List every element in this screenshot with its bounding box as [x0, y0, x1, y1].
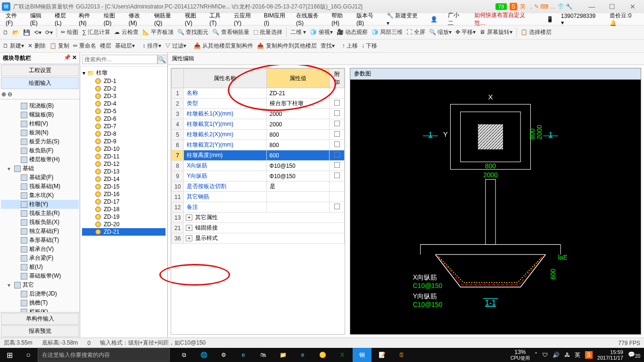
tree-node[interactable]: 条形基础(T) [1, 236, 79, 245]
property-row[interactable]: 11其它钢筋 [172, 192, 345, 202]
menu-item[interactable]: 楼层(L) [52, 10, 75, 28]
component-item[interactable]: ZD-16 [82, 190, 165, 198]
search-button[interactable]: 🔍 [157, 55, 166, 64]
ie-icon[interactable]: e [293, 348, 312, 362]
component-item[interactable]: ZD-7 [82, 123, 165, 130]
menu-item[interactable]: 工具(T) [206, 10, 230, 28]
cost-badge[interactable]: 造价豆:0 🔔 [607, 10, 641, 28]
toolbar-button[interactable]: 📤 复制构件到其他楼层 [257, 42, 316, 50]
toolbar-button[interactable]: 📂 [12, 29, 19, 36]
toolbar-button[interactable]: 🔍 查看钢筋量 [212, 28, 249, 36]
toolbar-button[interactable]: ⛶ 全屏 [406, 28, 425, 36]
edge-icon[interactable]: e [234, 348, 253, 362]
component-item[interactable]: ZD-9 [82, 138, 165, 145]
component-item[interactable]: ZD-6 [82, 115, 165, 123]
tray-up-icon[interactable]: ˄ [535, 352, 537, 358]
component-item[interactable]: ZD-2 [82, 85, 165, 92]
toolbar-button[interactable]: ✏ 重命名 [73, 42, 96, 50]
draw-input-button[interactable]: 绘图输入 [1, 77, 79, 89]
chrome-icon[interactable]: 🟡 [313, 348, 332, 362]
help-tip[interactable]: 如何快速布置自定义范… [471, 10, 536, 29]
tree-node[interactable]: 集水坑(K) [1, 191, 79, 200]
toolbar-button[interactable]: 🗋 新建▾ [3, 42, 24, 50]
menu-item[interactable]: 帮助(H) [329, 10, 353, 28]
toolbar-button[interactable]: ✕ 删除 [28, 42, 45, 50]
tree-node[interactable]: 筏板基础(M) [1, 182, 79, 191]
toolbar-button[interactable]: ☁ 云检查 [114, 28, 138, 36]
app-1[interactable]: 🌐 [194, 348, 213, 362]
component-item[interactable]: ZD-15 [82, 183, 165, 190]
project-settings-button[interactable]: 工程设置 [1, 65, 79, 76]
menu-item[interactable]: 绘图(D) [101, 10, 125, 28]
tray-volume-icon[interactable]: 🔊 [553, 352, 560, 358]
tray-sogou-icon[interactable]: S [585, 351, 593, 359]
property-row[interactable]: 3柱墩截长1(X)(mm)2000 [172, 109, 345, 119]
component-item[interactable]: ZD-14 [82, 175, 165, 183]
toolbar-button[interactable]: 查找▾ [321, 42, 335, 50]
property-row[interactable]: 12备注 [172, 202, 345, 213]
component-root[interactable]: ▾📁 柱墩 [82, 68, 165, 77]
tree-node[interactable]: 挑檐(T) [1, 298, 79, 307]
tree-node[interactable]: ▾其它 [1, 280, 79, 289]
new-change-button[interactable]: 🔧 新建变更 ▾ [384, 10, 423, 28]
tree-node[interactable]: 筏板主筋(R) [1, 209, 79, 218]
property-row[interactable]: 36+显示样式 [172, 233, 345, 244]
category-tree[interactable]: 现浇板(B)螺旋板(B)柱帽(V)板洞(N)板受力筋(S)板负筋(F)楼层板带(… [0, 99, 80, 312]
search-input[interactable] [82, 55, 157, 64]
property-row[interactable]: 6柱墩截宽2(Y)(mm)800 [172, 140, 345, 150]
component-item[interactable]: ZD-13 [82, 168, 165, 175]
component-item[interactable]: ZD-20 [82, 221, 165, 228]
property-grid[interactable]: 属性名称 属性值 附加 1名称ZD-212类型棱台形下柱墩3柱墩截长1(X)(m… [171, 68, 345, 335]
property-row[interactable]: 10是否按板边切割是 [172, 181, 345, 192]
component-item[interactable]: ZD-17 [82, 198, 165, 206]
tree-node[interactable]: 独立基础(F) [1, 227, 79, 236]
tree-node[interactable]: 板受力筋(S) [1, 137, 79, 146]
menu-item[interactable]: 文件(F) [3, 10, 26, 28]
tray-network-icon[interactable]: 🖧 [564, 352, 570, 358]
cortana-icon[interactable]: ○ [19, 351, 38, 359]
user-name[interactable]: 广小二 [445, 10, 467, 29]
toolbar-button[interactable]: 📋 复制 [50, 42, 69, 50]
toolbar-button[interactable]: 二维 ▾ [290, 28, 306, 36]
task-view-icon[interactable]: ⧉ [174, 348, 193, 362]
menu-item[interactable]: 在线服务(S) [293, 10, 328, 28]
component-item[interactable]: ZD-10 [82, 145, 165, 153]
toolbar-button[interactable]: ↑ 上移 [342, 42, 358, 50]
app-2[interactable]: ⚙ [214, 348, 233, 362]
menu-item[interactable]: 钢筋量(Q) [151, 10, 181, 28]
toolbar-button[interactable]: ↕ 排序▾ [142, 42, 161, 50]
property-row[interactable]: 1名称ZD-21 [172, 88, 345, 99]
toolbar-button[interactable]: ✥ 平移▾ [455, 28, 476, 36]
property-row[interactable]: 2类型棱台形下柱墩 [172, 99, 345, 109]
toolbar-button[interactable]: 🧊 局部三维 [372, 28, 403, 36]
tree-node[interactable]: 现浇板(B) [1, 101, 79, 110]
tree-node[interactable]: ▾基础 [1, 164, 79, 173]
toolbar-button[interactable]: ⟳▾ [45, 29, 53, 36]
property-row[interactable]: 4柱墩截宽1(Y)(mm)2000 [172, 119, 345, 130]
tray-notifications-icon[interactable]: 💬20 [628, 351, 640, 359]
toolbar-button[interactable]: ↓ 下移 [362, 42, 377, 50]
component-tree[interactable]: ▾📁 柱墩 ZD-1ZD-2ZD-3ZD-4ZD-5ZD-6ZD-7ZD-8ZD… [80, 66, 167, 337]
toolbar-button[interactable]: 🧊 俯视▾ [310, 28, 332, 36]
component-item[interactable]: ZD-1 [82, 77, 165, 85]
component-item[interactable]: ZD-4 [82, 100, 165, 107]
toolbar-button[interactable]: 💾 [23, 29, 30, 36]
menu-item[interactable]: BIM应用(I) [261, 10, 292, 28]
app-word[interactable]: 📝 [372, 348, 391, 362]
component-item[interactable]: ZD-21 [82, 228, 165, 236]
component-item[interactable]: ZD-3 [82, 92, 165, 100]
store-icon[interactable]: 🛍 [254, 348, 272, 362]
tree-node[interactable]: 桩(U) [1, 263, 79, 272]
menu-item[interactable]: 云应用(Y) [231, 10, 260, 28]
menu-item[interactable]: 修改(M) [126, 10, 150, 28]
property-row[interactable]: 9Y向纵筋Φ10@150 [172, 171, 345, 181]
tree-node[interactable]: 筏板负筋(X) [1, 218, 79, 227]
app-calc[interactable]: 🗓 [392, 348, 411, 362]
tray-shield-icon[interactable]: 🛡 [542, 352, 548, 358]
tree-node[interactable]: 栏板(K) [1, 307, 79, 312]
toolbar-button[interactable]: 🖥 屏幕旋转▾ [479, 28, 512, 36]
start-button[interactable]: ⊞ [0, 351, 19, 360]
taskbar-clock[interactable]: 15:592017/11/17 [597, 349, 623, 361]
component-item[interactable]: ZD-12 [82, 160, 165, 168]
tree-toggle-buttons[interactable]: ⊕ ⊖ [0, 90, 80, 99]
